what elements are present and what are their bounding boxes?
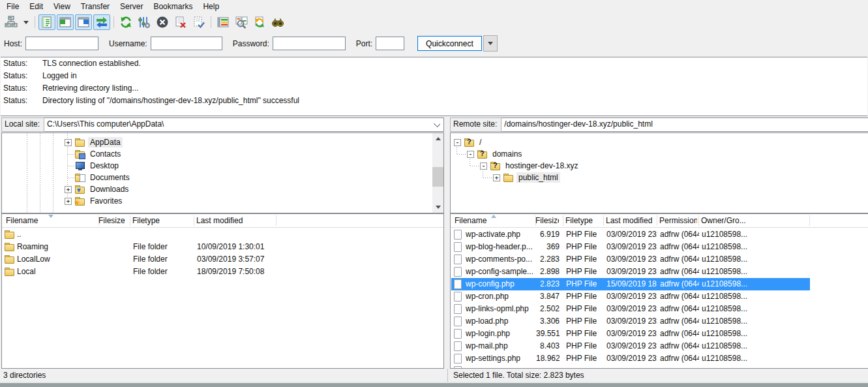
file-icon	[453, 267, 464, 276]
column-separator[interactable]	[809, 215, 810, 226]
search-button[interactable]	[269, 14, 286, 30]
tree-item-hostinger-dev-18.xyz[interactable]: ?hostinger-dev-18.xyz	[490, 160, 580, 172]
cell-filesize: 3.847	[536, 290, 560, 303]
tree-expander[interactable]: -	[454, 139, 461, 146]
file-row[interactable]: wp-mail.php8.403PHP File03/09/2019 23:..…	[451, 340, 810, 352]
column-header-filetype[interactable]: Filetype	[132, 214, 192, 227]
file-row[interactable]: LocalLowFile folder03/09/2019 3:57:07	[3, 253, 444, 266]
file-icon	[453, 304, 464, 313]
tree-item-domains[interactable]: ?domains	[477, 148, 524, 160]
file-row[interactable]: wp-activate.php6.919PHP File03/09/2019 2…	[451, 228, 810, 241]
file-row[interactable]: LocalFile folder18/09/2019 7:50:08	[3, 266, 444, 278]
toggle-queue-processing-button[interactable]	[136, 14, 153, 30]
file-row[interactable]: ..	[3, 228, 444, 241]
scroll-thumb[interactable]	[432, 167, 443, 187]
quickconnect-dropdown-button[interactable]	[483, 35, 498, 52]
port-input[interactable]	[376, 37, 404, 50]
column-separator[interactable]	[698, 215, 699, 226]
folder-icon	[5, 230, 16, 239]
scroll-up-button[interactable]	[432, 133, 443, 144]
cell-filetype: File folder	[133, 241, 194, 253]
refresh-button[interactable]	[117, 14, 134, 30]
scroll-down-button[interactable]	[432, 202, 443, 213]
reconnect-button[interactable]	[190, 14, 207, 30]
tree-item-label: /	[477, 137, 483, 147]
tree-guide-line	[53, 133, 53, 213]
tree-item-favorites[interactable]: ★Favorites	[75, 195, 124, 207]
column-header-filesize[interactable]: Filesize	[535, 214, 559, 227]
tree-expander[interactable]: +	[493, 174, 500, 181]
tree-expander[interactable]: +	[65, 139, 72, 146]
column-header-owner-gro---[interactable]: Owner/Gro...	[701, 214, 808, 227]
disconnect-button[interactable]	[172, 14, 189, 30]
menu-edit[interactable]: Edit	[24, 0, 48, 14]
column-header-permissions[interactable]: Permissions	[659, 214, 697, 227]
file-row[interactable]: wp-login.php39.551PHP File03/09/2019 23:…	[451, 328, 810, 340]
tree-item-downloads[interactable]: Downloads	[75, 183, 130, 195]
directory-comparison-button[interactable]	[233, 14, 250, 30]
tree-expander[interactable]: +	[65, 186, 72, 193]
file-row[interactable]: wp-cron.php3.847PHP File03/09/2019 23:..…	[451, 290, 810, 303]
column-header-last-modified[interactable]: Last modified	[606, 214, 655, 227]
combobox-arrow-icon[interactable]	[434, 121, 440, 127]
toggle-transfer-queue-button[interactable]	[93, 14, 110, 30]
menu-bookmarks[interactable]: Bookmarks	[148, 0, 198, 14]
host-input[interactable]	[25, 37, 98, 50]
file-row[interactable]: wp-comments-po...2.283PHP File03/09/2019…	[451, 253, 810, 266]
cancel-button[interactable]	[154, 14, 171, 30]
file-row[interactable]: RoamingFile folder10/09/2019 1:30:01	[3, 241, 444, 253]
cell-filesize: 369	[536, 241, 560, 253]
cell-owner-gro---: u12108598...	[702, 228, 810, 241]
tree-expander[interactable]: -	[467, 151, 474, 158]
toggle-remote-tree-button[interactable]	[75, 14, 92, 30]
column-separator[interactable]	[276, 215, 277, 226]
column-header-last-modified[interactable]: Last modified	[196, 214, 275, 227]
tree-item-desktop[interactable]: Desktop	[75, 160, 121, 172]
menu-help[interactable]: Help	[198, 0, 224, 14]
column-header-filesize[interactable]: Filesize	[98, 214, 126, 227]
menu-transfer[interactable]: Transfer	[76, 0, 115, 14]
local-tree-scrollbar[interactable]	[432, 133, 443, 213]
file-row[interactable]: wp-blog-header.p...369PHP File03/09/2019…	[451, 241, 810, 253]
column-separator[interactable]	[194, 215, 194, 226]
cell-filename: wp-settings.php	[466, 352, 536, 365]
column-separator[interactable]	[130, 215, 130, 226]
synchronized-browsing-button[interactable]	[251, 14, 268, 30]
local-site-path-combobox[interactable]: C:\Users\This computer\AppData\	[44, 117, 444, 132]
toggle-message-log-button[interactable]	[38, 14, 55, 30]
file-row[interactable]: wp-config.php2.823PHP File15/09/2019 18:…	[451, 278, 810, 290]
toggle-local-tree-button[interactable]	[57, 14, 74, 30]
cell-filetype: PHP File	[566, 303, 604, 315]
column-header-filetype[interactable]: Filetype	[565, 214, 602, 227]
file-icon	[453, 292, 464, 301]
site-manager-dropdown-button[interactable]	[21, 14, 31, 30]
tree-item-root[interactable]: ?/	[464, 136, 483, 148]
menu-view[interactable]: View	[48, 0, 76, 14]
file-row[interactable]: wp-settings.php18.962PHP File03/09/2019 …	[451, 352, 810, 365]
username-input[interactable]	[151, 37, 222, 50]
site-manager-button[interactable]	[3, 14, 20, 30]
tree-item-appdata[interactable]: AppData	[75, 136, 123, 148]
column-separator[interactable]	[603, 215, 604, 226]
file-row[interactable]: wp-load.php3.306PHP File03/09/2019 23:..…	[451, 315, 810, 328]
local-site-path: C:\Users\This computer\AppData\	[47, 119, 164, 129]
cell-last-modified: 03/09/2019 3:57:07	[197, 253, 277, 266]
column-separator[interactable]	[563, 215, 563, 226]
remote-site-path-combobox[interactable]: /domains/hostinger-dev-18.xyz/public_htm…	[501, 117, 868, 132]
quickconnect-bar: Host: Username: Password: Port: Quickcon…	[0, 31, 868, 56]
cell-last-modified: 10/09/2019 1:30:01	[197, 241, 277, 253]
filter-button[interactable]	[215, 14, 232, 30]
file-row[interactable]: wp-links-opml.php2.502PHP File03/09/2019…	[451, 303, 810, 315]
quickconnect-button[interactable]: Quickconnect	[417, 36, 482, 51]
tree-item-contacts[interactable]: Contacts	[75, 148, 123, 160]
menu-file[interactable]: File	[1, 0, 24, 14]
file-row[interactable]: wp-config-sample...2.898PHP File03/09/20…	[451, 266, 810, 278]
column-separator[interactable]	[657, 215, 657, 226]
tree-expander[interactable]: +	[65, 198, 72, 205]
password-input[interactable]	[273, 37, 346, 50]
cancel-icon	[156, 16, 169, 29]
tree-item-public_html[interactable]: public_html	[503, 172, 560, 183]
tree-expander[interactable]: -	[480, 163, 487, 170]
tree-item-documents[interactable]: Documents	[75, 172, 132, 183]
menu-server[interactable]: Server	[115, 0, 148, 14]
